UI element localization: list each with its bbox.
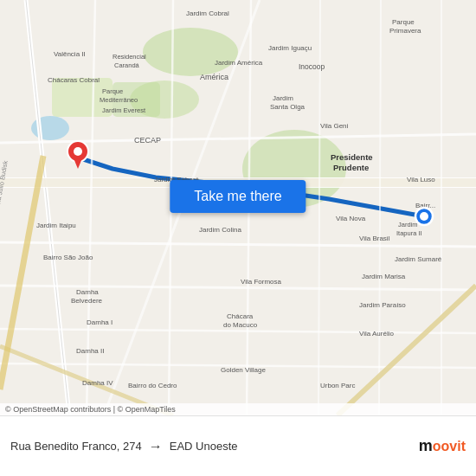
svg-text:Jardim Iguaçu: Jardim Iguaçu <box>268 44 312 52</box>
bottom-bar: Rua Benedito Franco, 274 → EAD Unoeste m… <box>0 415 476 476</box>
take-me-there-button[interactable]: Take me there <box>170 180 306 213</box>
svg-text:Itapura II: Itapura II <box>396 229 422 237</box>
svg-text:Bairro do Cedro: Bairro do Cedro <box>128 382 177 389</box>
svg-text:Jardim Marisa: Jardim Marisa <box>362 273 406 280</box>
svg-text:Parque: Parque <box>392 18 415 26</box>
svg-text:do Macuco: do Macuco <box>223 321 258 329</box>
svg-text:América: América <box>200 73 228 81</box>
svg-text:Vila Brasil: Vila Brasil <box>359 235 390 242</box>
moovit-logo: moovit <box>419 437 466 455</box>
svg-text:Golden Village: Golden Village <box>221 366 266 374</box>
svg-text:Jardim: Jardim <box>273 94 293 102</box>
svg-point-73 <box>420 212 428 221</box>
svg-text:Urbon Parc: Urbon Parc <box>320 382 355 389</box>
svg-text:Primavera: Primavera <box>389 27 421 35</box>
svg-text:Valência II: Valência II <box>54 50 86 58</box>
copyright-text: © OpenStreetMap contributors | © OpenMap… <box>5 405 176 414</box>
svg-text:Chácaras Cobral: Chácaras Cobral <box>48 76 100 84</box>
svg-text:Jardim Everest: Jardim Everest <box>102 106 146 114</box>
svg-text:Jardim Colina: Jardim Colina <box>199 226 241 234</box>
svg-text:Parque: Parque <box>102 87 123 95</box>
svg-text:Jardim Cobral: Jardim Cobral <box>186 10 229 17</box>
svg-text:Vila Luso: Vila Luso <box>407 176 435 183</box>
svg-text:Jardim Sumaré: Jardim Sumaré <box>395 255 442 263</box>
svg-text:Residencial: Residencial <box>113 53 146 61</box>
copyright-bar: © OpenStreetMap contributors | © OpenMap… <box>0 403 476 415</box>
moovit-brand: moovit <box>419 437 466 455</box>
svg-text:Mediterrâneo: Mediterrâneo <box>100 96 138 104</box>
route-info: Rua Benedito Franco, 274 → EAD Unoeste m… <box>10 437 466 455</box>
svg-text:Presidente: Presidente <box>331 152 373 162</box>
svg-text:Jardim: Jardim <box>398 221 418 228</box>
svg-text:Vila Nova: Vila Nova <box>336 215 366 222</box>
svg-text:Belvedere: Belvedere <box>71 297 103 305</box>
map-container: América Jardim Cobral Valência II Chácar… <box>0 0 476 415</box>
svg-text:Santa Olga: Santa Olga <box>270 103 306 111</box>
to-location: EAD Unoeste <box>170 440 238 453</box>
svg-point-1 <box>143 28 238 76</box>
from-location: Rua Benedito Franco, 274 <box>10 440 142 453</box>
svg-text:Vila Formosa: Vila Formosa <box>241 278 282 286</box>
svg-text:Damha IV: Damha IV <box>82 379 113 387</box>
svg-text:Vila Aurélio: Vila Aurélio <box>359 330 394 338</box>
svg-text:Chácara: Chácara <box>227 312 254 320</box>
svg-text:Bairro São João: Bairro São João <box>43 254 93 261</box>
svg-text:Damha II: Damha II <box>76 347 104 355</box>
svg-text:Inocoop: Inocoop <box>299 62 325 71</box>
svg-point-75 <box>74 147 82 156</box>
svg-text:Jardim América: Jardim América <box>215 59 263 67</box>
svg-text:Prudente: Prudente <box>333 163 369 172</box>
svg-text:Jardim Itaipu: Jardim Itaipu <box>36 222 76 229</box>
svg-text:Damha: Damha <box>76 288 99 296</box>
arrow-icon: → <box>149 439 163 454</box>
svg-text:Vila Geni: Vila Geni <box>320 122 349 130</box>
svg-text:Carandá: Carandá <box>114 61 140 69</box>
svg-text:Jardim Paraíso: Jardim Paraíso <box>359 301 406 309</box>
svg-text:Damha I: Damha I <box>87 318 113 326</box>
svg-text:CECAP: CECAP <box>134 136 161 145</box>
